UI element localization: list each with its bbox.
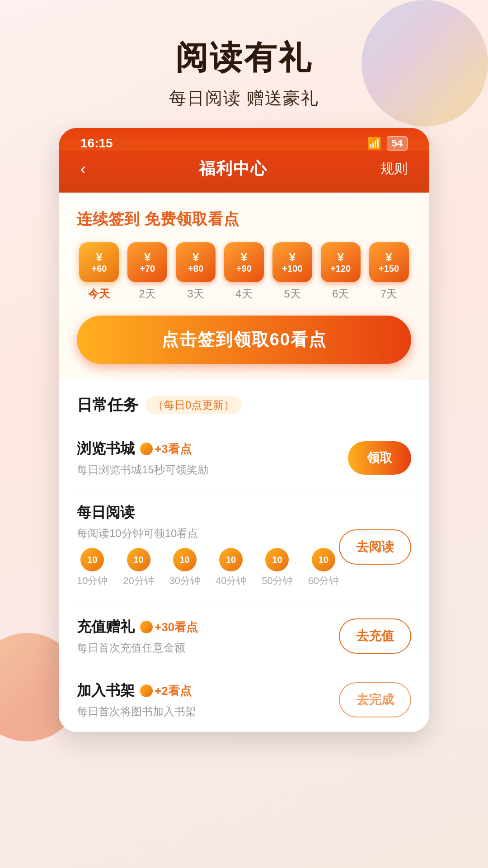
signin-day-item[interactable]: ¥ +60 今天 [77, 242, 122, 301]
task-desc: 每日浏览书城15秒可领奖励 [77, 462, 348, 477]
coin-amount: +100 [282, 264, 302, 273]
day-coin: ¥ +60 [79, 242, 119, 282]
progress-coin-item: 10 50分钟 [262, 548, 292, 588]
page-subtitle: 每日阅读 赠送豪礼 [0, 87, 488, 110]
coin-amount: +70 [140, 264, 155, 273]
coin-amount: +90 [236, 264, 252, 273]
day-label: 3天 [187, 287, 204, 301]
tasks-header: 日常任务 （每日0点更新） [77, 380, 411, 426]
day-coin: ¥ +100 [272, 242, 312, 282]
signin-day-item[interactable]: ¥ +70 2天 [125, 242, 170, 301]
signin-section: 连续签到 免费领取看点 ¥ +60 今天 ¥ +70 2天 ¥ +80 3天 ¥… [59, 193, 429, 380]
coin-yen-symbol: ¥ [192, 251, 199, 263]
signin-day-item[interactable]: ¥ +120 6天 [318, 242, 363, 301]
coin-amount: +150 [379, 264, 399, 273]
signin-day-item[interactable]: ¥ +90 4天 [222, 242, 267, 301]
status-right: 📶 54 [367, 136, 408, 151]
task-desc: 每日首次将图书加入书架 [77, 704, 339, 719]
coin-amount: +120 [330, 264, 351, 273]
signin-title: 连续签到 免费领取看点 [77, 209, 411, 230]
prog-label: 10分钟 [77, 574, 108, 588]
status-time: 16:15 [80, 136, 113, 151]
progress-coin-item: 10 20分钟 [123, 548, 154, 588]
signin-day-item[interactable]: ¥ +80 3天 [174, 242, 218, 301]
prog-label: 30分钟 [169, 574, 200, 588]
tasks-list: 浏览书城 +3看点 每日浏览书城15秒可领奖励 领取 每日阅读 每阅读10分钟可… [77, 426, 411, 732]
coin-amount: +80 [188, 264, 203, 273]
day-coin: ¥ +90 [224, 242, 264, 282]
task-desc: 每日首次充值任意金额 [77, 641, 339, 655]
task-name-row: 加入书架 +2看点 [77, 681, 339, 701]
task-desc: 每阅读10分钟可领10看点 [77, 526, 339, 541]
prog-coin: 10 [219, 548, 243, 571]
task-points-badge: +3看点 [140, 441, 192, 457]
day-label: 7天 [380, 287, 397, 301]
day-label: 今天 [88, 287, 110, 301]
signin-day-item[interactable]: ¥ +100 5天 [270, 242, 314, 301]
progress-coin-item: 10 10分钟 [77, 548, 108, 588]
day-label: 5天 [284, 287, 300, 301]
task-action-button[interactable]: 去完成 [339, 682, 411, 717]
prog-label: 60分钟 [308, 574, 338, 588]
task-name: 每日阅读 [77, 503, 135, 523]
task-item: 每日阅读 每阅读10分钟可领10看点 10 10分钟 10 20分钟 10 30… [77, 490, 411, 604]
page-title: 阅读有礼 [0, 36, 488, 80]
page-header: 阅读有礼 每日阅读 赠送豪礼 [0, 0, 488, 128]
task-points-text: +30看点 [155, 619, 198, 635]
task-action-button[interactable]: 去充值 [339, 618, 411, 654]
battery-badge: 54 [387, 136, 408, 151]
reading-progress-row: 10 10分钟 10 20分钟 10 30分钟 10 40分钟 10 50分钟 … [77, 548, 339, 588]
prog-label: 40分钟 [216, 574, 246, 588]
points-coin-icon [140, 684, 153, 697]
signin-button[interactable]: 点击签到领取60看点 [77, 316, 411, 364]
progress-coin-item: 10 60分钟 [308, 548, 338, 588]
tasks-update-tag: （每日0点更新） [145, 396, 242, 414]
nav-bar: ‹ 福利中心 规则 [59, 151, 429, 193]
day-label: 4天 [235, 287, 252, 301]
day-label: 2天 [139, 287, 156, 301]
nav-title: 福利中心 [199, 158, 267, 180]
prog-label: 50分钟 [262, 574, 292, 588]
tasks-title: 日常任务 [77, 395, 138, 415]
prog-coin: 10 [265, 548, 289, 571]
nav-rules-button[interactable]: 规则 [380, 160, 408, 178]
phone-mockup: 16:15 📶 54 ‹ 福利中心 规则 连续签到 免费领取看点 ¥ +60 今… [59, 128, 429, 732]
task-info: 每日阅读 每阅读10分钟可领10看点 10 10分钟 10 20分钟 10 30… [77, 503, 339, 591]
task-name-row: 充值赠礼 +30看点 [77, 617, 339, 637]
task-info: 充值赠礼 +30看点 每日首次充值任意金额 [77, 617, 339, 655]
task-name: 加入书架 [77, 681, 135, 701]
task-info: 加入书架 +2看点 每日首次将图书加入书架 [77, 681, 339, 719]
prog-coin: 10 [127, 548, 150, 571]
coin-yen-symbol: ¥ [289, 251, 296, 263]
points-coin-icon [140, 621, 153, 633]
status-bar: 16:15 📶 54 [59, 128, 429, 151]
task-item: 浏览书城 +3看点 每日浏览书城15秒可领奖励 领取 [77, 426, 411, 490]
back-button[interactable]: ‹ [80, 160, 86, 179]
coin-amount: +60 [91, 264, 107, 273]
coin-yen-symbol: ¥ [385, 251, 392, 263]
day-coin: ¥ +120 [321, 242, 361, 282]
task-action-button[interactable]: 领取 [348, 441, 411, 475]
task-points-text: +2看点 [155, 683, 192, 699]
coin-yen-symbol: ¥ [241, 251, 247, 263]
task-points-text: +3看点 [155, 441, 192, 457]
tasks-section: 日常任务 （每日0点更新） 浏览书城 +3看点 每日浏览书城15秒可领奖励 领取… [59, 380, 429, 732]
task-item: 加入书架 +2看点 每日首次将图书加入书架 去完成 [77, 668, 411, 732]
task-info: 浏览书城 +3看点 每日浏览书城15秒可领奖励 [77, 439, 348, 477]
day-coin: ¥ +150 [369, 242, 409, 282]
task-name: 充值赠礼 [77, 617, 135, 637]
coin-yen-symbol: ¥ [144, 251, 150, 263]
task-name-row: 浏览书城 +3看点 [77, 439, 348, 459]
signin-day-item[interactable]: ¥ +150 7天 [366, 242, 411, 301]
points-coin-icon [140, 443, 153, 455]
task-item: 充值赠礼 +30看点 每日首次充值任意金额 去充值 [77, 604, 411, 668]
day-label: 6天 [332, 287, 349, 301]
task-action-button[interactable]: 去阅读 [339, 529, 411, 565]
coin-yen-symbol: ¥ [337, 251, 343, 263]
task-name: 浏览书城 [77, 439, 135, 459]
progress-coin-item: 10 30分钟 [169, 548, 200, 588]
prog-coin: 10 [173, 548, 197, 571]
task-points-badge: +30看点 [140, 619, 198, 635]
task-name-row: 每日阅读 [77, 503, 339, 523]
signin-days-row: ¥ +60 今天 ¥ +70 2天 ¥ +80 3天 ¥ +90 4天 ¥ +1… [77, 242, 411, 301]
